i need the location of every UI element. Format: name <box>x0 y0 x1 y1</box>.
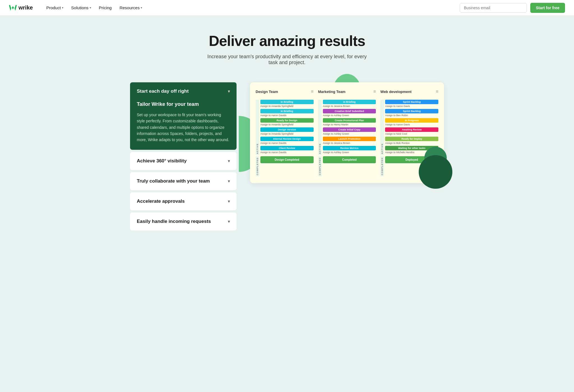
logo[interactable]: wrike <box>9 4 33 11</box>
webdev-completed-label: COMPLETED <box>380 156 384 176</box>
design-task-3-label: Ready for Design <box>260 118 314 123</box>
wrike-logo-icon <box>9 5 17 11</box>
design-task-6-assign: Assign to Aaron Davids <box>260 151 314 154</box>
design-task-2-label: In Briefing <box>260 109 314 113</box>
design-task-2-assign: Assign to Aaron Davids <box>260 114 314 117</box>
accordion-header-approvals[interactable]: Accelerate approvals ▾ <box>130 192 237 210</box>
marketing-task-6[interactable]: Review Metrics Assign to Ashley Green <box>323 146 376 154</box>
solutions-chevron-icon: ▾ <box>90 6 91 9</box>
marketing-task-2[interactable]: Creative Brief Submitted Assign to Ashle… <box>323 109 376 117</box>
marketing-task-1[interactable]: In Briefing Assign to Jessica Brown <box>323 100 376 108</box>
webdev-active-section: ACTIVE Sprint Backlog Assign to Aaron Da… <box>380 100 438 155</box>
kanban-col-menu-design[interactable]: ≡ <box>311 89 313 94</box>
webdev-task-4[interactable]: Awaiting Review Assign to Nick Cool <box>385 127 438 135</box>
design-task-3[interactable]: Ready for Design Assign to Amanda Spring… <box>260 118 314 126</box>
nav-solutions[interactable]: Solutions ▾ <box>68 4 94 12</box>
design-active-label: ACTIVE <box>256 100 259 155</box>
accordion-expanded-body: Set up your workspace to fit your team's… <box>137 112 230 143</box>
marketing-completed-task: Completed <box>323 156 376 163</box>
accordion-header-requests[interactable]: Easily handle incoming requests ▾ <box>130 213 237 230</box>
resources-chevron-icon: ▾ <box>141 6 142 9</box>
marketing-active-label: ACTIVE <box>318 100 322 155</box>
hero-title: Deliver amazing results <box>6 32 568 49</box>
marketing-active-section: ACTIVE In Briefing Assign to Jessica Bro… <box>318 100 376 155</box>
accordion-item-approvals: Accelerate approvals ▾ <box>130 192 237 210</box>
product-chevron-icon: ▾ <box>62 6 63 9</box>
accordion-item-collaborate: Truly collaborate with your team ▾ <box>130 172 237 190</box>
marketing-task-5-assign: Assign to Jessica Brown <box>323 142 376 144</box>
hero-section: Deliver amazing results Increase your te… <box>0 16 574 77</box>
webdev-task-2-label: Sprint Backlog <box>385 109 438 113</box>
webdev-task-5-label: Ready for Deploy <box>385 137 438 141</box>
marketing-task-5[interactable]: Launch Promotion Assign to Jessica Brown <box>323 137 376 144</box>
webdev-task-3[interactable]: In Progress Assign to Aaron Davis <box>385 118 438 126</box>
kanban-col-header-marketing: Marketing Team ≡ <box>318 89 376 96</box>
nav-resources[interactable]: Resources ▾ <box>116 4 145 12</box>
webdev-task-2-assign: Assign to Ben Robin <box>385 114 438 117</box>
hero-subtitle: Increase your team's productivity and ef… <box>203 54 371 66</box>
accordion-item-start: Start each day off right ▾ Tailor Wrike … <box>130 82 237 150</box>
logo-text: wrike <box>18 4 33 11</box>
design-completed-section: COMPLETED Design Completed <box>256 156 314 176</box>
nav-product[interactable]: Product ▾ <box>43 4 67 12</box>
accordion-header-collaborate[interactable]: Truly collaborate with your team ▾ <box>130 172 237 190</box>
webdev-task-5[interactable]: Ready for Deploy Assign to Bob Ronton <box>385 137 438 144</box>
marketing-task-1-assign: Assign to Jessica Brown <box>323 105 376 108</box>
accordion-chevron-approvals: ▾ <box>228 199 230 204</box>
webdev-task-2[interactable]: Sprint Backlog Assign to Ben Robin <box>385 109 438 117</box>
accordion-header-visibility[interactable]: Achieve 360° visibility ▾ <box>130 152 237 170</box>
design-task-5-label: Internal Review Design <box>260 137 314 141</box>
marketing-task-3-assign: Assign to Henry Martin <box>323 123 376 126</box>
kanban-col-design: Design Team ≡ ACTIVE In Briefing Assign … <box>256 89 314 176</box>
design-task-5-assign: Assign to Aaron Davids <box>260 142 314 144</box>
webdev-task-1[interactable]: Sprint Backlog Assign to Aaron Davis <box>385 100 438 108</box>
design-task-6[interactable]: Client Review Assign to Aaron Davids <box>260 146 314 154</box>
design-task-2[interactable]: In Briefing Assign to Aaron Davids <box>260 109 314 117</box>
accordion-expanded-title: Tailor Wrike for your team <box>137 100 230 108</box>
nav-right: Start for free <box>460 3 565 13</box>
webdev-task-3-label: In Progress <box>385 118 438 123</box>
nav-links: Product ▾ Solutions ▾ Pricing Resources … <box>43 4 460 12</box>
accordion-chevron-start: ▾ <box>228 89 230 94</box>
svg-marker-0 <box>9 5 17 11</box>
accordion-chevron-requests: ▾ <box>228 219 230 224</box>
kanban-col-title-webdev: Web development <box>380 90 411 94</box>
kanban-board: Design Team ≡ ACTIVE In Briefing Assign … <box>250 82 444 183</box>
accordion-chevron-visibility: ▾ <box>228 159 230 163</box>
marketing-task-4-assign: Assign to Ashley Green <box>323 132 376 135</box>
accordion-header-start[interactable]: Start each day off right ▾ <box>130 82 237 100</box>
design-task-4-label: Design Version <box>260 127 314 132</box>
deco-right <box>419 155 452 189</box>
accordion: Start each day off right ▾ Tailor Wrike … <box>130 82 237 233</box>
design-task-1[interactable]: In Briefing Assign to Amanda Springfield <box>260 100 314 108</box>
webdev-task-4-label: Awaiting Review <box>385 127 438 132</box>
marketing-task-4[interactable]: Create Initial Copy Assign to Ashley Gre… <box>323 127 376 135</box>
email-input[interactable] <box>460 3 527 13</box>
main-content: Start each day off right ▾ Tailor Wrike … <box>119 77 455 249</box>
accordion-item-requests: Easily handle incoming requests ▾ <box>130 213 237 230</box>
marketing-task-4-label: Create Initial Copy <box>323 127 376 132</box>
kanban-col-title-design: Design Team <box>256 90 278 94</box>
design-completed-label: COMPLETED <box>256 156 259 176</box>
design-task-3-assign: Assign to Amanda Springfield <box>260 123 314 126</box>
design-tasks: In Briefing Assign to Amanda Springfield… <box>260 100 314 155</box>
webdev-active-label: ACTIVE <box>380 100 384 155</box>
design-completed-tasks: Design Completed <box>260 156 314 176</box>
kanban-col-header-design: Design Team ≡ <box>256 89 314 96</box>
design-task-4[interactable]: Design Version Assign to Amanda Springfi… <box>260 127 314 135</box>
design-task-5[interactable]: Internal Review Design Assign to Aaron D… <box>260 137 314 144</box>
marketing-task-5-label: Launch Promotion <box>323 137 376 141</box>
accordion-body-start: Tailor Wrike for your team Set up your w… <box>130 100 237 150</box>
accordion-item-visibility: Achieve 360° visibility ▾ <box>130 152 237 170</box>
kanban-col-menu-webdev[interactable]: ≡ <box>436 89 438 94</box>
marketing-task-6-label: Review Metrics <box>323 146 376 150</box>
marketing-task-3[interactable]: Create Promotional Plan Assign to Henry … <box>323 118 376 126</box>
nav-pricing[interactable]: Pricing <box>96 4 115 12</box>
kanban-col-menu-marketing[interactable]: ≡ <box>373 89 376 94</box>
start-free-button[interactable]: Start for free <box>530 3 565 13</box>
navigation: wrike Product ▾ Solutions ▾ Pricing Reso… <box>0 0 574 16</box>
webdev-task-3-assign: Assign to Aaron Davis <box>385 123 438 126</box>
marketing-task-2-label: Creative Brief Submitted <box>323 109 376 113</box>
design-active-section: ACTIVE In Briefing Assign to Amanda Spri… <box>256 100 314 155</box>
design-task-1-label: In Briefing <box>260 100 314 104</box>
